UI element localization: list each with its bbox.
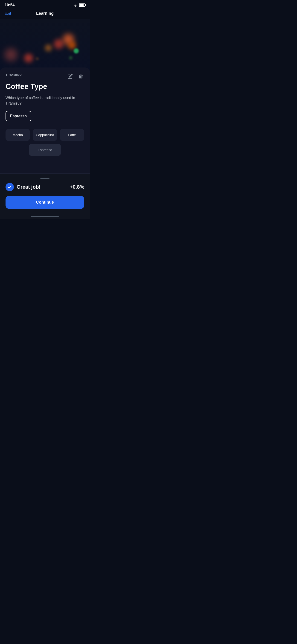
flash-card: TIRAMISU Coffee Type Which type of coffe… bbox=[0, 68, 90, 174]
bokeh-8 bbox=[74, 48, 79, 54]
correct-answer-box: Espresso bbox=[6, 111, 31, 122]
card-actions bbox=[67, 73, 84, 80]
delete-button[interactable] bbox=[77, 73, 84, 80]
nav-bar: Exit Learning bbox=[0, 9, 90, 19]
home-indicator bbox=[0, 214, 90, 219]
options-single: Espresso bbox=[6, 144, 84, 156]
bokeh-1 bbox=[4, 48, 17, 61]
status-bar: 10:54 bbox=[0, 0, 90, 9]
battery-icon bbox=[79, 4, 85, 7]
bottom-section: Great job! +0.8% Continue bbox=[0, 174, 90, 214]
option-cappuccino[interactable]: Cappuccino bbox=[33, 129, 57, 141]
status-icons bbox=[73, 4, 85, 7]
card-title: Coffee Type bbox=[6, 82, 84, 90]
bokeh-background bbox=[0, 19, 90, 72]
bokeh-7 bbox=[68, 42, 76, 49]
drag-handle bbox=[40, 178, 50, 179]
wifi-icon bbox=[73, 4, 77, 7]
home-bar bbox=[31, 216, 59, 217]
result-score: +0.8% bbox=[70, 184, 84, 190]
page-title: Learning bbox=[4, 11, 85, 16]
continue-button[interactable]: Continue bbox=[6, 196, 84, 209]
result-row: Great job! +0.8% bbox=[6, 183, 84, 191]
result-left: Great job! bbox=[6, 183, 40, 191]
option-mocha[interactable]: Mocha bbox=[6, 129, 30, 141]
result-message: Great job! bbox=[16, 184, 40, 190]
card-category: TIRAMISU bbox=[6, 73, 22, 76]
exit-button[interactable]: Exit bbox=[4, 11, 11, 16]
bokeh-4 bbox=[45, 44, 52, 51]
option-latte[interactable]: Latte bbox=[60, 129, 84, 141]
options-grid: Mocha Cappuccino Latte bbox=[6, 129, 84, 141]
status-time: 10:54 bbox=[4, 3, 14, 7]
edit-button[interactable] bbox=[67, 73, 74, 80]
option-espresso[interactable]: Espresso bbox=[29, 144, 61, 156]
bokeh-3 bbox=[36, 57, 39, 60]
bokeh-5 bbox=[54, 39, 64, 49]
check-circle bbox=[6, 183, 14, 191]
bokeh-2 bbox=[24, 54, 33, 62]
bokeh-9 bbox=[69, 56, 72, 60]
card-header: TIRAMISU bbox=[6, 73, 84, 80]
card-question: Which type of coffee is traditionally us… bbox=[6, 95, 84, 106]
